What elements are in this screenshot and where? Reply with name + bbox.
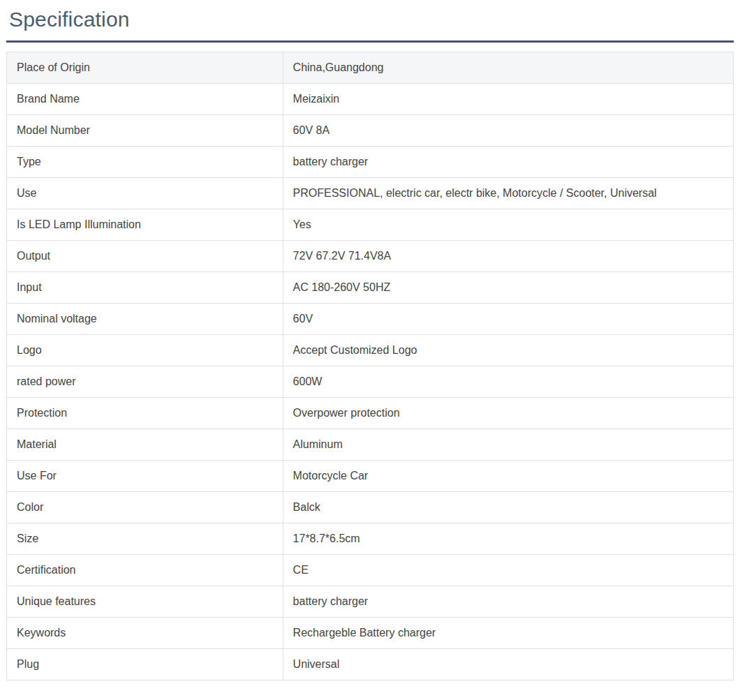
spec-row: Keywords Rechargeble Battery charger: [7, 618, 734, 649]
spec-value-cell: Yes: [283, 209, 733, 241]
spec-label-cell: Keywords: [7, 618, 283, 649]
spec-label-cell: Type: [7, 147, 283, 178]
spec-row: Logo Accept Customized Logo: [7, 335, 734, 366]
spec-row: Type battery charger: [7, 147, 734, 178]
spec-row: Unique features battery charger: [7, 586, 734, 618]
spec-value-cell: battery charger: [283, 586, 733, 618]
spec-label-cell: Output: [7, 241, 283, 272]
spec-row: Model Number 60V 8A: [7, 115, 734, 147]
spec-label-cell: Material: [7, 429, 283, 461]
spec-label-cell: Color: [7, 492, 283, 523]
spec-row: Protection Overpower protection: [7, 398, 734, 429]
spec-row: Material Aluminum: [7, 429, 734, 461]
spec-value-cell: 60V 8A: [283, 115, 733, 147]
spec-value-cell: Accept Customized Logo: [283, 335, 733, 366]
spec-value-cell: Universal: [283, 649, 733, 680]
spec-value-cell: Rechargeble Battery charger: [283, 618, 733, 649]
page-title: Specification: [9, 7, 734, 32]
spec-label-cell: Input: [7, 272, 283, 304]
spec-value-cell: CE: [283, 555, 733, 586]
spec-label-cell: Certification: [7, 555, 283, 586]
spec-label-cell: Logo: [7, 335, 283, 366]
spec-value-cell: 600W: [283, 366, 733, 398]
spec-label-cell: Is LED Lamp Illumination: [7, 209, 283, 241]
spec-row: Input AC 180-260V 50HZ: [7, 272, 734, 304]
spec-row: Plug Universal: [7, 649, 734, 680]
spec-row: Use For Motorcycle Car: [7, 461, 734, 492]
spec-value-cell: 60V: [283, 304, 733, 335]
spec-row: Is LED Lamp Illumination Yes: [7, 209, 734, 241]
specification-page: Specification Place of Origin China,Guan…: [0, 0, 740, 700]
title-divider: [6, 40, 734, 43]
spec-value-cell: PROFESSIONAL, electric car, electr bike,…: [283, 178, 733, 209]
spec-value-cell: 72V 67.2V 71.4V8A: [283, 241, 733, 272]
spec-label-cell: Protection: [7, 398, 283, 429]
spec-row: rated power 600W: [7, 366, 734, 398]
spec-value-cell: Aluminum: [283, 429, 733, 461]
spec-row: Output 72V 67.2V 71.4V8A: [7, 241, 734, 272]
spec-row: Size 17*8.7*6.5cm: [7, 523, 734, 555]
spec-value-cell: Overpower protection: [283, 398, 733, 429]
spec-label-cell: Place of Origin: [7, 52, 283, 84]
spec-label-cell: Plug: [7, 649, 283, 680]
spec-row: Brand Name Meizaixin: [7, 84, 734, 115]
specification-table: Place of Origin China,Guangdong Brand Na…: [6, 52, 734, 680]
spec-label-cell: Model Number: [7, 115, 283, 147]
spec-value-cell: AC 180-260V 50HZ: [283, 272, 733, 304]
spec-row: Nominal voltage 60V: [7, 304, 734, 335]
spec-value-cell: Meizaixin: [283, 84, 733, 115]
spec-value-cell: Balck: [283, 492, 733, 523]
spec-label-cell: Size: [7, 523, 283, 555]
spec-label-cell: Use For: [7, 461, 283, 492]
spec-label-cell: rated power: [7, 366, 283, 398]
spec-label-cell: Use: [7, 178, 283, 209]
spec-row: Certification CE: [7, 555, 734, 586]
spec-row: Color Balck: [7, 492, 734, 523]
spec-label-cell: Unique features: [7, 586, 283, 618]
spec-row: Place of Origin China,Guangdong: [7, 52, 734, 84]
spec-value-cell: 17*8.7*6.5cm: [283, 523, 733, 555]
spec-label-cell: Nominal voltage: [7, 304, 283, 335]
spec-value-cell: battery charger: [283, 147, 733, 178]
spec-row: Use PROFESSIONAL, electric car, electr b…: [7, 178, 734, 209]
spec-value-cell: China,Guangdong: [283, 52, 733, 84]
spec-label-cell: Brand Name: [7, 84, 283, 115]
spec-value-cell: Motorcycle Car: [283, 461, 733, 492]
